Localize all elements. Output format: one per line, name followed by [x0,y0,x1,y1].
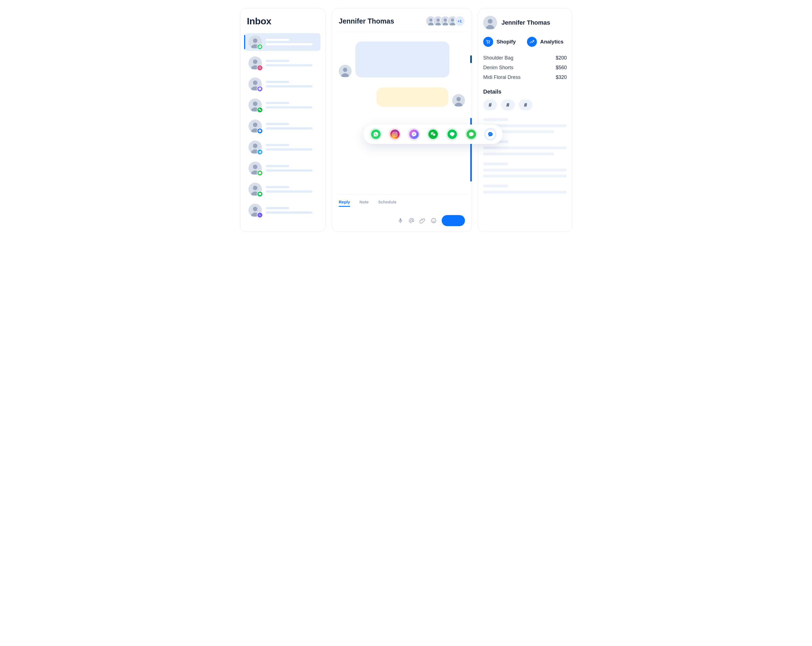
analytics-icon [527,37,537,47]
message-row-outgoing [339,87,465,107]
channel-line[interactable] [446,128,458,141]
plugin-shopify[interactable]: Shopify [483,37,516,47]
channel-instagram[interactable] [389,128,401,141]
inbox-avatar [249,99,262,112]
inbox-item[interactable] [245,202,321,219]
attach-icon[interactable] [420,218,426,224]
profile-name: Jennifer Thomas [502,19,550,26]
inbox-panel: Inbox [240,8,326,232]
order-row: Denim Shorts$560 [483,65,567,70]
placeholder-line [483,185,508,187]
inbox-avatar [249,35,262,49]
svg-point-13 [489,134,490,134]
plugin-analytics[interactable]: Analytics [527,37,563,47]
inbox-item[interactable] [245,118,321,135]
channel-whatsapp[interactable] [369,128,382,141]
placeholder-line [483,153,554,155]
channel-wechat[interactable] [427,128,439,141]
inbox-avatar [249,78,262,91]
inbox-item[interactable] [245,96,321,114]
tag-pill[interactable]: # [519,99,533,110]
profile-panel: Jennifer Thomas Shopify Analytics Should… [478,8,572,232]
tab-schedule[interactable]: Schedule [378,200,397,207]
order-row: Midi Floral Dress$320 [483,75,567,80]
channel-messenger[interactable] [408,128,420,141]
inbox-avatar [249,162,262,175]
inbox-preview [266,60,318,66]
placeholder-line [483,175,567,177]
telegram-icon [257,149,263,155]
order-name: Denim Shorts [483,65,513,70]
inbox-preview [266,207,318,214]
plugin-analytics-label: Analytics [540,39,563,45]
instagram-icon [257,65,263,71]
composer-actions [339,215,465,226]
chat-header: Jennifer Thomas +1 [337,16,467,32]
chat-title: Jennifer Thomas [339,17,394,25]
inbox-item[interactable] [245,33,321,51]
svg-point-14 [490,134,490,134]
inbox-preview [266,165,318,172]
viber-icon [257,212,263,218]
order-row: Shoulder Bag$200 [483,55,567,61]
placeholder-line [483,168,567,171]
line-icon [257,191,263,197]
emoji-icon[interactable] [430,218,437,224]
order-name: Shoulder Bag [483,55,513,61]
channel-selector-bar [363,125,502,144]
mention-icon[interactable] [409,218,415,224]
tab-reply[interactable]: Reply [339,200,350,207]
shopify-icon [483,37,493,47]
inbox-item[interactable] [245,138,321,156]
inbox-list [245,33,321,219]
inbox-item[interactable] [245,54,321,72]
inbox-item[interactable] [245,75,321,93]
chat-messages [337,41,467,189]
chat-participants[interactable]: +1 [426,16,465,26]
tag-pill[interactable]: # [501,99,515,110]
inbox-item[interactable] [245,159,321,177]
scroll-marker [470,55,472,63]
inbox-title: Inbox [247,16,321,27]
inbox-preview [266,123,318,130]
participants-more[interactable]: +1 [455,16,465,26]
tag-pill[interactable]: # [483,99,497,110]
note-bubble[interactable] [376,87,448,107]
order-name: Midi Floral Dress [483,75,520,80]
details-heading: Details [483,89,567,95]
inbox-preview [266,39,318,46]
svg-point-15 [491,134,491,134]
inbox-avatar [249,119,262,133]
inbox-preview [266,186,318,192]
inbox-avatar [249,141,262,154]
tags-row: ### [483,99,567,110]
message-composer: Reply Note Schedule [337,194,467,226]
inbox-avatar [249,57,262,70]
inbox-preview [266,102,318,108]
message-avatar [452,94,465,107]
mic-icon[interactable] [397,218,403,224]
inbox-avatar [249,204,262,217]
messenger_blue-icon [257,128,263,134]
app-root: Inbox [240,8,572,232]
placeholder-block [483,185,567,194]
channel-sms[interactable] [465,128,478,141]
wechat-icon [257,107,263,113]
inbox-avatar [249,183,262,196]
message-bubble[interactable] [356,41,449,78]
composer-tabs: Reply Note Schedule [339,200,465,207]
inbox-preview [266,144,318,151]
placeholder-line [483,162,508,165]
order-price: $320 [556,75,567,80]
plugin-shopify-label: Shopify [496,39,516,45]
profile-header: Jennifer Thomas [483,16,567,30]
tab-note[interactable]: Note [360,200,369,207]
order-price: $200 [556,55,567,61]
placeholder-line [483,191,567,194]
messenger-icon [257,86,263,92]
profile-avatar[interactable] [483,16,497,30]
inbox-item[interactable] [245,180,321,198]
send-button[interactable] [442,215,465,226]
message-row-incoming [339,41,465,78]
channel-chat[interactable] [484,128,496,141]
